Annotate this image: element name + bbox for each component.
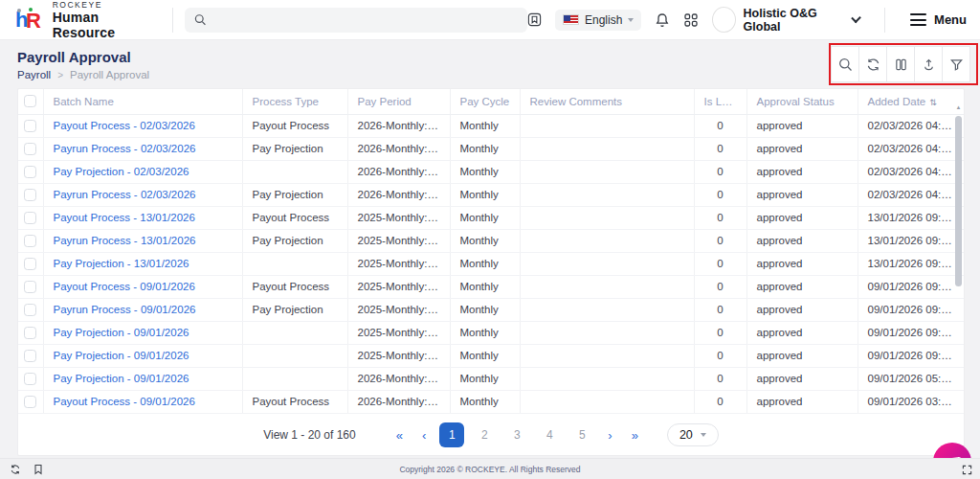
first-page-button[interactable]: «: [390, 428, 409, 443]
page-button-1[interactable]: 1: [439, 422, 464, 447]
batch-name-link[interactable]: Payout Process - 09/01/2026: [54, 281, 195, 292]
page-button-2[interactable]: 2: [472, 422, 497, 447]
is-locked-cell: 0: [694, 183, 746, 206]
batch-name-link[interactable]: Payout Process - 13/01/2026: [54, 212, 195, 223]
added-date-cell: 02/03/2026 04:32 PM: [858, 114, 964, 137]
copyright-text: Copyright 2026 © ROCKEYE. All Rights Res…: [0, 465, 980, 474]
process-type-cell: Payout Process: [242, 206, 347, 229]
column-header-process-type[interactable]: Process Type: [242, 89, 347, 114]
column-header-added-date[interactable]: Added Date⇅: [858, 89, 964, 114]
process-type-cell: Payout Process: [242, 390, 347, 413]
process-type-cell: Pay Projection: [242, 183, 347, 206]
app-logo[interactable]: hR ROCKEYE Human Resource: [13, 0, 161, 40]
scrollbar-thumb[interactable]: [955, 116, 962, 286]
row-checkbox[interactable]: [24, 212, 36, 224]
table-row: Payout Process - 09/01/2026 Payout Proce…: [18, 275, 964, 298]
page-button-5[interactable]: 5: [569, 422, 594, 447]
batch-name-link[interactable]: Pay Projection - 13/01/2026: [54, 258, 189, 269]
bookmark-add-icon[interactable]: [527, 12, 542, 27]
process-type-cell: Payout Process: [242, 275, 347, 298]
added-date-cell: 13/01/2026 09:38 PM: [858, 252, 964, 275]
row-checkbox[interactable]: [24, 235, 36, 247]
row-checkbox[interactable]: [24, 304, 36, 316]
is-locked-cell: 0: [694, 252, 746, 275]
batch-name-link[interactable]: Pay Projection - 09/01/2026: [54, 350, 189, 361]
export-button[interactable]: [914, 46, 943, 82]
account-menu[interactable]: Holistic O&G Global: [712, 7, 859, 34]
account-name: Holistic O&G Global: [744, 7, 845, 34]
batch-name-link[interactable]: Payrun Process - 02/03/2026: [54, 189, 196, 200]
is-locked-cell: 0: [694, 298, 746, 321]
page-button-3[interactable]: 3: [504, 422, 529, 447]
approval-status-cell: approved: [746, 390, 858, 413]
batch-name-link[interactable]: Pay Projection - 09/01/2026: [54, 373, 189, 384]
table-scrollbar[interactable]: ▲ ▼: [955, 116, 962, 442]
main-menu-button[interactable]: Menu: [910, 12, 967, 27]
header-divider: [884, 8, 885, 33]
pay-cycle-cell: Monthly: [450, 160, 520, 183]
review-comments-cell: [520, 275, 694, 298]
next-page-button[interactable]: ›: [602, 428, 617, 443]
batch-name-link[interactable]: Payrun Process - 02/03/2026: [54, 143, 196, 154]
table-row: Payout Process - 13/01/2026 Payout Proce…: [18, 206, 964, 229]
breadcrumb-payroll[interactable]: Payroll: [17, 69, 51, 80]
sort-icon[interactable]: ⇅: [929, 98, 937, 107]
added-date-cell: 09/01/2026 09:29 PM: [858, 321, 964, 344]
apps-grid-icon[interactable]: [683, 12, 699, 28]
table-row: Payout Process - 09/01/2026 Payout Proce…: [18, 390, 964, 413]
page-button-4[interactable]: 4: [537, 422, 562, 447]
process-type-cell: [242, 367, 347, 390]
filter-icon: [949, 57, 964, 72]
row-checkbox[interactable]: [24, 143, 36, 155]
column-header-approval-status[interactable]: Approval Status: [746, 89, 858, 114]
pay-cycle-cell: Monthly: [450, 229, 520, 252]
column-header-pay-cycle[interactable]: Pay Cycle: [450, 89, 520, 114]
row-checkbox[interactable]: [24, 258, 36, 270]
batch-name-link[interactable]: Payout Process - 09/01/2026: [54, 396, 195, 407]
filter-button[interactable]: [942, 46, 970, 82]
column-header-batch-name[interactable]: Batch Name: [43, 89, 242, 114]
pay-period-cell: 2025-Monthly: Nov-01 t...: [347, 252, 450, 275]
row-checkbox[interactable]: [24, 327, 36, 339]
process-type-cell: Pay Projection: [242, 298, 347, 321]
table-row: Pay Projection - 09/01/2026 2025-Monthly…: [18, 321, 964, 344]
global-search[interactable]: [185, 8, 527, 33]
batch-name-link[interactable]: Payrun Process - 13/01/2026: [54, 235, 196, 246]
batch-name-link[interactable]: Pay Projection - 02/03/2026: [54, 166, 189, 177]
process-type-cell: [242, 252, 347, 275]
last-page-button[interactable]: »: [626, 428, 644, 443]
search-icon: [194, 13, 206, 26]
fullscreen-icon[interactable]: [962, 465, 972, 475]
row-checkbox[interactable]: [24, 189, 36, 201]
table-search-button[interactable]: [831, 46, 859, 82]
row-checkbox[interactable]: [24, 350, 36, 362]
is-locked-cell: 0: [694, 160, 746, 183]
language-selector[interactable]: English: [555, 10, 641, 31]
scroll-up-icon[interactable]: ▲: [955, 104, 962, 110]
batch-name-link[interactable]: Payout Process - 02/03/2026: [54, 120, 195, 131]
row-checkbox[interactable]: [24, 166, 36, 178]
select-all-checkbox[interactable]: [24, 95, 36, 107]
row-checkbox[interactable]: [24, 120, 36, 132]
batch-name-link[interactable]: Payrun Process - 09/01/2026: [54, 304, 196, 315]
top-header: hR ROCKEYE Human Resource English Holist…: [0, 0, 980, 40]
page-size-select[interactable]: 20: [667, 423, 719, 446]
approval-status-cell: approved: [746, 160, 858, 183]
row-checkbox[interactable]: [24, 281, 36, 293]
pay-period-cell: 2025-Monthly: Dec-01 t...: [347, 344, 450, 367]
column-header-pay-period[interactable]: Pay Period: [347, 89, 450, 114]
column-header-review-comments[interactable]: Review Comments: [520, 89, 694, 114]
columns-button[interactable]: [886, 46, 915, 82]
refresh-button[interactable]: [858, 46, 887, 82]
is-locked-cell: 0: [694, 344, 746, 367]
row-checkbox[interactable]: [24, 373, 36, 385]
column-header-is-locked[interactable]: Is Locked: [694, 89, 746, 114]
added-date-cell: 13/01/2026 09:47 PM: [858, 229, 964, 252]
row-checkbox[interactable]: [24, 396, 36, 408]
search-input[interactable]: [212, 13, 518, 27]
batch-name-link[interactable]: Pay Projection - 09/01/2026: [54, 327, 189, 338]
pay-period-cell: 2026-Monthly: Feb-01 t...: [347, 114, 450, 137]
is-locked-cell: 0: [694, 275, 746, 298]
prev-page-button[interactable]: ‹: [416, 428, 432, 443]
notifications-bell-icon[interactable]: [655, 12, 670, 28]
